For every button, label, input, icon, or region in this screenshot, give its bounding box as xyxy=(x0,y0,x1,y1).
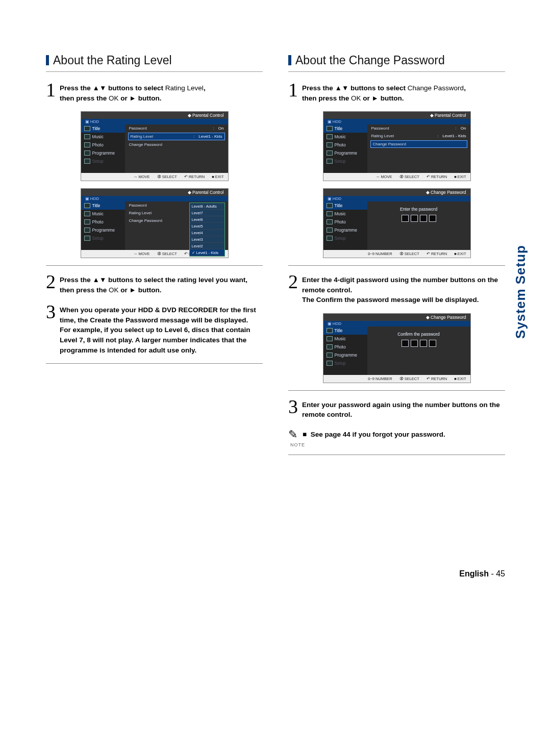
right-step-3: 3 Enter your password again using the nu… xyxy=(288,398,505,420)
right-step-2: 2 Enter the 4-digit password using the n… xyxy=(288,273,505,305)
side-tab: System Setup xyxy=(513,245,529,339)
right-step-1: 1 Press the ▲▼ buttons to select Change … xyxy=(288,81,505,103)
step-text: Enter the 4-digit password using the num… xyxy=(302,273,505,305)
pencil-icon: ✎ xyxy=(288,428,297,441)
osd-change-password-select: ◆ Parental Control ▣ HDD Title Music Pho… xyxy=(323,111,471,181)
osd-rating-dropdown: ◆ Parental Control ▣ HDD Title Music Pho… xyxy=(81,188,229,258)
left-step-3: 3 When you operate your HDD & DVD RECORD… xyxy=(46,303,263,355)
step-text: When you operate your HDD & DVD RECORDER… xyxy=(60,303,263,355)
step-text: Press the ▲▼ buttons to select Change Pa… xyxy=(302,81,466,103)
step-number: 3 xyxy=(288,398,298,415)
step-text: Enter your password again using the numb… xyxy=(302,398,505,420)
step-number: 2 xyxy=(46,273,56,290)
note-row: ✎ ■ See page 44 if you forgot your passw… xyxy=(288,428,505,441)
step-text: Press the ▲▼ buttons to select the ratin… xyxy=(60,273,263,295)
osd-confirm-password: ◆ Change Password ▣ HDD Title Music Phot… xyxy=(323,313,471,383)
step-number: 1 xyxy=(288,81,298,98)
section-title-rating: About the Rating Level xyxy=(46,54,263,72)
right-column: About the Change Password 1 Press the ▲▼… xyxy=(288,54,505,462)
left-step-1: 1 Press the ▲▼ buttons to select Rating … xyxy=(46,81,263,103)
left-step-2: 2 Press the ▲▼ buttons to select the rat… xyxy=(46,273,263,295)
osd-rating-level: ◆ Parental Control ▣ HDD Title Music Pho… xyxy=(81,111,229,181)
step-text: Press the ▲▼ buttons to select Rating Le… xyxy=(60,81,206,103)
section-title-password: About the Change Password xyxy=(288,54,505,72)
left-column: About the Rating Level 1 Press the ▲▼ bu… xyxy=(46,54,263,462)
step-number: 1 xyxy=(46,81,56,98)
step-number: 3 xyxy=(46,303,56,320)
page-footer: English - 45 xyxy=(46,569,505,578)
note-label: NOTE xyxy=(290,442,505,447)
note-text: ■ See page 44 if you forgot your passwor… xyxy=(303,431,445,438)
osd-enter-password: ◆ Change Password ▣ HDD Title Music Phot… xyxy=(323,188,471,258)
step-number: 2 xyxy=(288,273,298,290)
